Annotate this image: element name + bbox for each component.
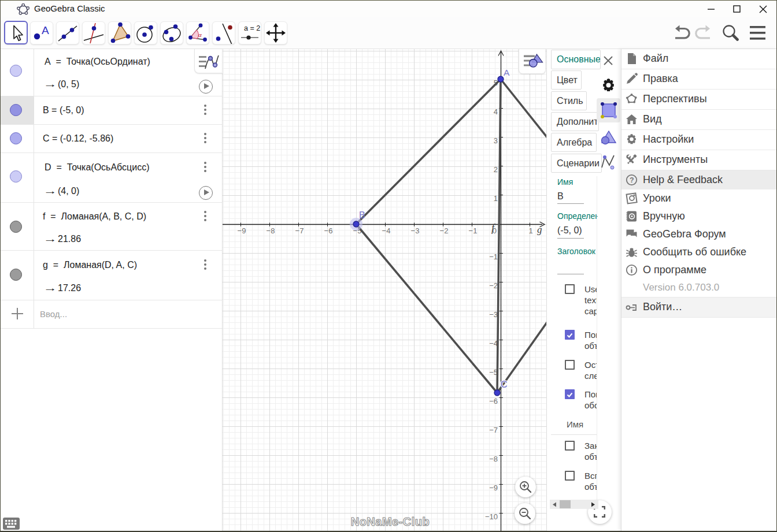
svg-text:2: 2 <box>494 165 498 174</box>
svg-text:α: α <box>198 31 202 38</box>
svg-text:−10: −10 <box>485 512 498 521</box>
svg-text:−8: −8 <box>267 226 275 235</box>
svg-text:1: 1 <box>494 194 498 203</box>
svg-text:?: ? <box>630 176 634 184</box>
svg-text:−8: −8 <box>489 455 498 463</box>
svg-text:−7: −7 <box>295 226 304 235</box>
svg-text:−6: −6 <box>324 226 333 235</box>
svg-text:−9: −9 <box>238 226 246 235</box>
svg-text:g: g <box>537 224 542 235</box>
svg-text:−2: −2 <box>489 281 498 290</box>
svg-text:−7: −7 <box>489 426 498 434</box>
svg-text:−2: −2 <box>440 226 449 235</box>
svg-text:−1: −1 <box>489 252 498 261</box>
svg-text:A: A <box>42 24 49 36</box>
svg-text:−1: −1 <box>469 226 478 235</box>
svg-text:−3: −3 <box>489 310 498 319</box>
svg-text:4: 4 <box>494 107 498 116</box>
svg-text:A: A <box>504 68 510 77</box>
svg-text:−6: −6 <box>489 397 498 405</box>
svg-text:3: 3 <box>494 136 498 145</box>
svg-text:B: B <box>359 210 365 220</box>
svg-text:−3: −3 <box>411 226 420 235</box>
svg-text:−9: −9 <box>489 483 498 492</box>
svg-text:−4: −4 <box>382 226 391 235</box>
svg-text:−4: −4 <box>489 339 498 348</box>
svg-text:a = 2: a = 2 <box>244 24 260 32</box>
svg-text:C: C <box>501 380 508 389</box>
svg-text:1: 1 <box>528 226 532 235</box>
